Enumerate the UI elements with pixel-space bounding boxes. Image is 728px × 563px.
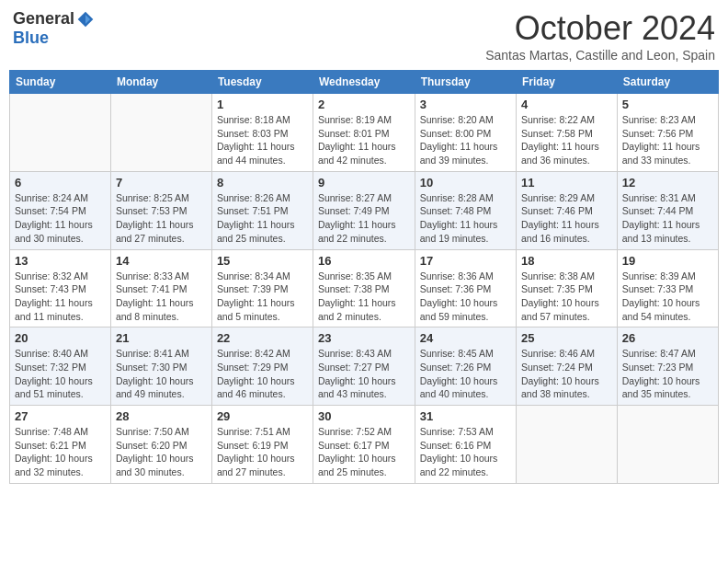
logo-icon bbox=[76, 10, 95, 29]
day-number: 25 bbox=[521, 331, 612, 345]
day-number: 30 bbox=[318, 409, 410, 423]
day-number: 19 bbox=[622, 254, 713, 268]
day-number: 23 bbox=[318, 331, 410, 345]
day-info: Sunrise: 8:32 AMSunset: 7:43 PMDaylight:… bbox=[15, 270, 106, 324]
day-info: Sunrise: 8:33 AMSunset: 7:41 PMDaylight:… bbox=[116, 270, 207, 324]
day-number: 21 bbox=[116, 331, 207, 345]
calendar-day-cell: 29Sunrise: 7:51 AMSunset: 6:19 PMDayligh… bbox=[211, 406, 313, 484]
calendar-day-cell: 24Sunrise: 8:45 AMSunset: 7:26 PMDayligh… bbox=[415, 327, 516, 406]
calendar-day-cell: 26Sunrise: 8:47 AMSunset: 7:23 PMDayligh… bbox=[617, 327, 718, 406]
calendar-day-cell: 31Sunrise: 7:53 AMSunset: 6:16 PMDayligh… bbox=[415, 406, 516, 484]
day-info: Sunrise: 8:28 AMSunset: 7:48 PMDaylight:… bbox=[420, 191, 511, 246]
day-number: 22 bbox=[217, 331, 308, 345]
day-number: 4 bbox=[521, 98, 612, 111]
day-number: 20 bbox=[15, 331, 106, 345]
calendar-day-cell bbox=[110, 94, 211, 172]
day-number: 31 bbox=[420, 409, 511, 423]
day-info: Sunrise: 8:39 AMSunset: 7:33 PMDaylight:… bbox=[622, 270, 713, 324]
day-info: Sunrise: 8:42 AMSunset: 7:29 PMDaylight:… bbox=[217, 347, 308, 401]
day-number: 6 bbox=[15, 176, 106, 190]
day-number: 1 bbox=[217, 98, 308, 111]
calendar-day-cell: 1Sunrise: 8:18 AMSunset: 8:03 PMDaylight… bbox=[211, 94, 313, 172]
calendar-day-cell: 19Sunrise: 8:39 AMSunset: 7:33 PMDayligh… bbox=[617, 249, 718, 327]
day-info: Sunrise: 8:26 AMSunset: 7:51 PMDaylight:… bbox=[217, 191, 308, 246]
day-info: Sunrise: 8:23 AMSunset: 7:56 PMDaylight:… bbox=[622, 113, 713, 167]
day-number: 13 bbox=[15, 254, 106, 268]
calendar-week-row: 20Sunrise: 8:40 AMSunset: 7:32 PMDayligh… bbox=[10, 327, 719, 406]
calendar-day-cell: 13Sunrise: 8:32 AMSunset: 7:43 PMDayligh… bbox=[10, 249, 111, 327]
day-info: Sunrise: 8:40 AMSunset: 7:32 PMDaylight:… bbox=[15, 347, 106, 401]
day-number: 18 bbox=[521, 254, 612, 268]
day-number: 28 bbox=[116, 409, 207, 423]
day-number: 11 bbox=[521, 176, 612, 190]
weekday-header: Saturday bbox=[617, 71, 718, 94]
day-info: Sunrise: 8:18 AMSunset: 8:03 PMDaylight:… bbox=[217, 113, 308, 167]
day-info: Sunrise: 8:34 AMSunset: 7:39 PMDaylight:… bbox=[217, 270, 308, 324]
weekday-header-row: SundayMondayTuesdayWednesdayThursdayFrid… bbox=[10, 71, 719, 94]
day-number: 9 bbox=[318, 176, 410, 190]
weekday-header: Thursday bbox=[415, 71, 516, 94]
day-info: Sunrise: 8:41 AMSunset: 7:30 PMDaylight:… bbox=[116, 347, 207, 401]
day-info: Sunrise: 8:31 AMSunset: 7:44 PMDaylight:… bbox=[622, 191, 713, 246]
logo-general: General bbox=[13, 9, 74, 29]
day-number: 2 bbox=[318, 98, 410, 111]
calendar-day-cell: 11Sunrise: 8:29 AMSunset: 7:46 PMDayligh… bbox=[517, 171, 618, 249]
weekday-header: Wednesday bbox=[313, 71, 415, 94]
logo-blue: Blue bbox=[13, 29, 49, 47]
day-number: 17 bbox=[420, 254, 511, 268]
day-info: Sunrise: 8:38 AMSunset: 7:35 PMDaylight:… bbox=[521, 270, 612, 324]
calendar-day-cell: 18Sunrise: 8:38 AMSunset: 7:35 PMDayligh… bbox=[517, 249, 618, 327]
calendar-day-cell bbox=[10, 94, 111, 172]
calendar-day-cell: 5Sunrise: 8:23 AMSunset: 7:56 PMDaylight… bbox=[617, 94, 718, 172]
day-number: 12 bbox=[622, 176, 713, 190]
day-info: Sunrise: 8:35 AMSunset: 7:38 PMDaylight:… bbox=[318, 270, 410, 324]
calendar-day-cell: 20Sunrise: 8:40 AMSunset: 7:32 PMDayligh… bbox=[10, 327, 111, 406]
day-number: 27 bbox=[15, 409, 106, 423]
day-number: 10 bbox=[420, 176, 511, 190]
title-area: October 2024 Santas Martas, Castille and… bbox=[485, 9, 715, 63]
day-number: 8 bbox=[217, 176, 308, 190]
day-info: Sunrise: 8:45 AMSunset: 7:26 PMDaylight:… bbox=[420, 347, 511, 401]
calendar-day-cell: 28Sunrise: 7:50 AMSunset: 6:20 PMDayligh… bbox=[110, 406, 211, 484]
calendar-day-cell: 27Sunrise: 7:48 AMSunset: 6:21 PMDayligh… bbox=[10, 406, 111, 484]
day-info: Sunrise: 7:52 AMSunset: 6:17 PMDaylight:… bbox=[318, 425, 410, 479]
day-info: Sunrise: 8:36 AMSunset: 7:36 PMDaylight:… bbox=[420, 270, 511, 324]
calendar-day-cell: 21Sunrise: 8:41 AMSunset: 7:30 PMDayligh… bbox=[110, 327, 211, 406]
calendar-week-row: 27Sunrise: 7:48 AMSunset: 6:21 PMDayligh… bbox=[10, 406, 719, 484]
day-info: Sunrise: 8:46 AMSunset: 7:24 PMDaylight:… bbox=[521, 347, 612, 401]
calendar-week-row: 1Sunrise: 8:18 AMSunset: 8:03 PMDaylight… bbox=[10, 94, 719, 172]
day-number: 7 bbox=[116, 176, 207, 190]
calendar-table: SundayMondayTuesdayWednesdayThursdayFrid… bbox=[9, 70, 719, 484]
logo: General Blue bbox=[13, 9, 95, 48]
calendar-day-cell: 16Sunrise: 8:35 AMSunset: 7:38 PMDayligh… bbox=[313, 249, 415, 327]
weekday-header: Friday bbox=[517, 71, 618, 94]
day-info: Sunrise: 7:53 AMSunset: 6:16 PMDaylight:… bbox=[420, 425, 511, 479]
calendar-day-cell: 10Sunrise: 8:28 AMSunset: 7:48 PMDayligh… bbox=[415, 171, 516, 249]
day-info: Sunrise: 8:20 AMSunset: 8:00 PMDaylight:… bbox=[420, 113, 511, 167]
day-info: Sunrise: 8:22 AMSunset: 7:58 PMDaylight:… bbox=[521, 113, 612, 167]
day-number: 14 bbox=[116, 254, 207, 268]
day-info: Sunrise: 7:50 AMSunset: 6:20 PMDaylight:… bbox=[116, 425, 207, 479]
calendar-day-cell: 17Sunrise: 8:36 AMSunset: 7:36 PMDayligh… bbox=[415, 249, 516, 327]
calendar-day-cell: 25Sunrise: 8:46 AMSunset: 7:24 PMDayligh… bbox=[517, 327, 618, 406]
month-title: October 2024 bbox=[485, 9, 715, 48]
calendar-day-cell bbox=[617, 406, 718, 484]
calendar-day-cell bbox=[517, 406, 618, 484]
day-number: 5 bbox=[622, 98, 713, 111]
weekday-header: Sunday bbox=[10, 71, 111, 94]
day-info: Sunrise: 8:43 AMSunset: 7:27 PMDaylight:… bbox=[318, 347, 410, 401]
day-info: Sunrise: 8:24 AMSunset: 7:54 PMDaylight:… bbox=[15, 191, 106, 246]
calendar-day-cell: 2Sunrise: 8:19 AMSunset: 8:01 PMDaylight… bbox=[313, 94, 415, 172]
day-info: Sunrise: 8:47 AMSunset: 7:23 PMDaylight:… bbox=[622, 347, 713, 401]
day-number: 16 bbox=[318, 254, 410, 268]
calendar-week-row: 6Sunrise: 8:24 AMSunset: 7:54 PMDaylight… bbox=[10, 171, 719, 249]
calendar-day-cell: 4Sunrise: 8:22 AMSunset: 7:58 PMDaylight… bbox=[517, 94, 618, 172]
weekday-header: Tuesday bbox=[211, 71, 313, 94]
day-number: 24 bbox=[420, 331, 511, 345]
location-subtitle: Santas Martas, Castille and Leon, Spain bbox=[485, 48, 715, 63]
day-number: 3 bbox=[420, 98, 511, 111]
calendar-week-row: 13Sunrise: 8:32 AMSunset: 7:43 PMDayligh… bbox=[10, 249, 719, 327]
calendar-day-cell: 7Sunrise: 8:25 AMSunset: 7:53 PMDaylight… bbox=[110, 171, 211, 249]
calendar-day-cell: 8Sunrise: 8:26 AMSunset: 7:51 PMDaylight… bbox=[211, 171, 313, 249]
calendar-day-cell: 14Sunrise: 8:33 AMSunset: 7:41 PMDayligh… bbox=[110, 249, 211, 327]
